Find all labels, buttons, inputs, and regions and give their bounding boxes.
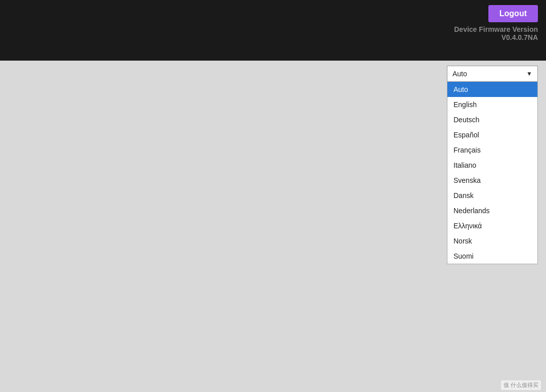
language-option[interactable]: Svenska [447, 173, 537, 188]
language-select-value: Auto [452, 70, 467, 78]
language-option[interactable]: Nederlands [447, 203, 537, 218]
language-option[interactable]: Français [447, 142, 537, 158]
header: Logout Device Firmware Version V0.4.0.7N… [0, 0, 546, 61]
language-select-box[interactable]: Auto ▼ [447, 66, 538, 82]
language-option[interactable]: English [447, 97, 537, 112]
watermark: 值 什么值得买 [501, 380, 541, 390]
language-option[interactable]: Dansk [447, 188, 537, 203]
language-option[interactable]: Deutsch [447, 112, 537, 127]
language-dropdown: AutoEnglishDeutschEspañolFrançaisItalian… [447, 82, 538, 264]
main-content: Auto ▼ AutoEnglishDeutschEspañolFrançais… [0, 61, 546, 392]
firmware-label: Device Firmware Version [454, 25, 538, 33]
language-option[interactable]: Ελληνικά [447, 218, 537, 233]
firmware-info: Device Firmware Version V0.4.0.7NA [454, 25, 538, 41]
chevron-down-icon: ▼ [526, 70, 532, 77]
logout-button[interactable]: Logout [488, 5, 538, 22]
language-option[interactable]: Español [447, 127, 537, 142]
language-option[interactable]: Suomi [447, 249, 537, 264]
language-option[interactable]: Italiano [447, 158, 537, 173]
firmware-version: V0.4.0.7NA [454, 33, 538, 41]
language-option[interactable]: Auto [447, 82, 537, 97]
language-selector-container: Auto ▼ AutoEnglishDeutschEspañolFrançais… [447, 66, 538, 82]
language-option[interactable]: Norsk [447, 233, 537, 249]
